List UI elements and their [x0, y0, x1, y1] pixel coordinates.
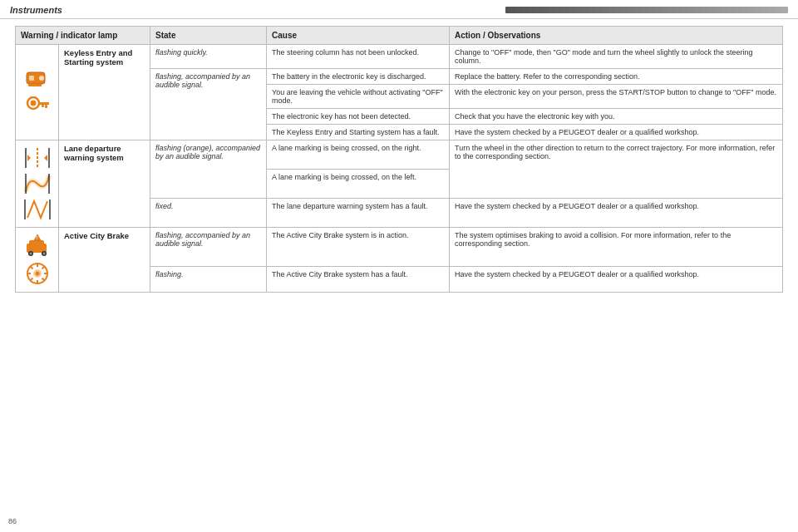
table-header-row: Warning / indicator lamp State Cause Act…	[16, 27, 783, 45]
keyless-label-cell: Keyless Entry and Starting system	[59, 45, 150, 140]
svg-point-2	[39, 76, 44, 81]
page-footer: 86	[8, 517, 17, 525]
col-header-action: Action / Observations	[450, 27, 783, 45]
svg-rect-8	[42, 105, 44, 107]
keyless-action-3: With the electronic key on your person, …	[450, 85, 783, 109]
keyless-cause-2: The battery in the electronic key is dis…	[267, 69, 450, 85]
lane-cause-2: A lane marking is being crossed, on the …	[267, 170, 450, 199]
svg-marker-13	[44, 155, 47, 161]
header-decoration	[505, 7, 788, 13]
lane-state-1: flashing (orange), accompanied by an aud…	[150, 140, 267, 199]
svg-rect-6	[38, 102, 49, 105]
lane-label-cell: Lane departure warning system	[59, 140, 150, 228]
svg-marker-12	[27, 155, 31, 161]
page-title: Instruments	[10, 5, 62, 15]
table-row: Keyless Entry and Starting system flashi…	[16, 45, 783, 69]
keyless-state-1: flashing quickly.	[150, 45, 267, 69]
col-header-cause: Cause	[267, 27, 450, 45]
acb-state-2: flashing.	[150, 267, 267, 293]
keyless-action-5: Have the system checked by a PEUGEOT dea…	[450, 125, 783, 140]
acb-cause-1: The Active City Brake system is in actio…	[267, 228, 450, 267]
table-row: !	[16, 228, 783, 267]
acb-label: Active City Brake	[64, 231, 129, 240]
col-header-lamp: Warning / indicator lamp	[16, 27, 150, 45]
lane-cause-3: The lane departure warning system has a …	[267, 199, 450, 228]
svg-point-36	[35, 272, 39, 276]
svg-rect-19	[29, 240, 44, 245]
acb-icon-2	[22, 261, 52, 286]
svg-rect-7	[45, 105, 47, 108]
svg-point-22	[29, 253, 32, 255]
keyless-label: Keyless Entry and Starting system	[64, 48, 132, 66]
lane-action-3: Have the system checked by a PEUGEOT dea…	[450, 199, 783, 228]
lane-icon-cell	[16, 140, 59, 228]
acb-label-cell: Active City Brake	[59, 228, 150, 293]
main-content: Warning / indicator lamp State Cause Act…	[0, 19, 798, 299]
keyless-state-2: flashing, accompanied by an audible sign…	[150, 69, 267, 140]
lane-icon-1	[22, 146, 52, 170]
keyless-cause-3: You are leaving the vehicle without acti…	[267, 85, 450, 109]
svg-rect-3	[28, 84, 42, 86]
acb-action-2: Have the system checked by a PEUGEOT dea…	[450, 267, 783, 293]
keyless-action-2: Replace the battery. Refer to the corres…	[450, 69, 783, 85]
keyless-action-1: Change to "OFF" mode, then "GO" mode and…	[450, 45, 783, 69]
acb-cause-2: The Active City Brake system has a fault…	[267, 267, 450, 293]
acb-action-1: The system optimises braking to avoid a …	[450, 228, 783, 267]
svg-line-31	[30, 267, 32, 269]
svg-line-34	[30, 278, 32, 281]
keyless-icon-cell	[16, 45, 59, 140]
page-header: Instruments	[0, 0, 798, 19]
page-number: 86	[8, 517, 17, 525]
svg-rect-1	[29, 76, 34, 81]
keyless-cause-1: The steering column has not been unlocke…	[267, 45, 450, 69]
table-row: Lane departure warning system flashing (…	[16, 140, 783, 170]
acb-icon-1: !	[22, 234, 52, 259]
keyless-icon-2	[23, 95, 52, 118]
svg-line-33	[42, 267, 44, 269]
keyless-icon-1	[23, 67, 52, 92]
keyless-cause-5: The Keyless Entry and Starting system ha…	[267, 125, 450, 140]
svg-point-5	[30, 100, 36, 106]
svg-point-23	[42, 253, 45, 255]
warning-table: Warning / indicator lamp State Cause Act…	[15, 26, 783, 293]
lane-cause-1: A lane marking is being crossed, on the …	[267, 140, 450, 170]
lane-icon-3	[22, 198, 52, 221]
svg-line-32	[42, 278, 44, 281]
keyless-cause-4: The electronic key has not been detected…	[267, 109, 450, 125]
lane-state-3: fixed.	[150, 199, 267, 228]
keyless-action-4: Check that you have the electronic key w…	[450, 109, 783, 125]
acb-state-1: flashing, accompanied by an audible sign…	[150, 228, 267, 267]
lane-label: Lane departure warning system	[64, 144, 124, 162]
col-header-state: State	[150, 27, 267, 45]
acb-icon-cell: !	[16, 228, 59, 293]
lane-action-1: Turn the wheel in the other direction to…	[450, 140, 783, 199]
lane-icon-2	[22, 172, 52, 195]
